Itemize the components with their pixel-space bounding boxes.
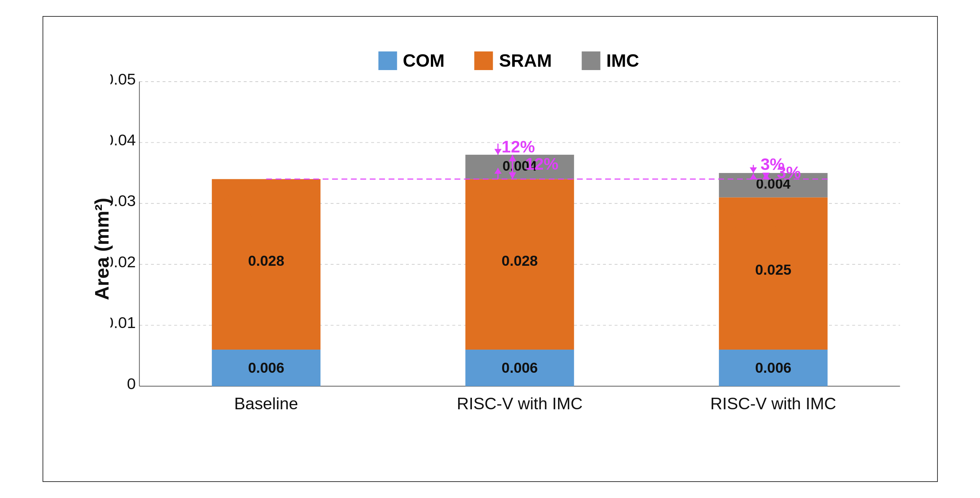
svg-text:64Kb +: 64Kb + [724, 206, 767, 220]
svg-text:44Kb SRAM: 44Kb SRAM [724, 222, 798, 236]
y-axis-label: Area (mm²) [91, 198, 113, 300]
svg-text:0.04: 0.04 [110, 131, 136, 148]
svg-text:RISC-V with IMC: RISC-V with IMC [457, 394, 582, 412]
svg-marker-36 [494, 149, 501, 155]
svg-text:0.05: 0.05 [110, 70, 136, 87]
svg-text:0.02: 0.02 [110, 253, 136, 270]
svg-text:0.01: 0.01 [110, 314, 136, 331]
chart-area: COM SRAM IMC [110, 39, 907, 422]
svg-text:3%: 3% [760, 155, 784, 173]
svg-text:0.006: 0.006 [501, 360, 538, 376]
svg-text:64Kb X2: 64Kb X2 [471, 190, 522, 205]
svg-text:Baseline: Baseline [234, 394, 298, 412]
svg-text:0.025: 0.025 [755, 262, 791, 278]
svg-text:SRAM: SRAM [471, 206, 509, 220]
svg-text:0.03: 0.03 [110, 192, 136, 209]
svg-marker-39 [749, 167, 757, 173]
svg-text:12%: 12% [501, 138, 535, 155]
chart-container: Area (mm²) COM SRAM IMC [43, 16, 938, 482]
svg-text:0.028: 0.028 [248, 253, 284, 269]
chart-svg: 0.05 0.04 0.03 0.02 0.01 0 0.006 0.028 6… [110, 39, 907, 422]
svg-text:0.028: 0.028 [501, 253, 538, 269]
svg-text:64Kb X2: 64Kb X2 [217, 190, 269, 205]
svg-text:SRAM: SRAM [217, 206, 256, 220]
svg-text:0.006: 0.006 [755, 360, 791, 376]
svg-text:0: 0 [127, 375, 136, 392]
svg-text:RISC-V with IMC: RISC-V with IMC [710, 394, 836, 412]
svg-text:0.006: 0.006 [248, 360, 284, 376]
svg-text:12%: 12% [525, 155, 558, 173]
